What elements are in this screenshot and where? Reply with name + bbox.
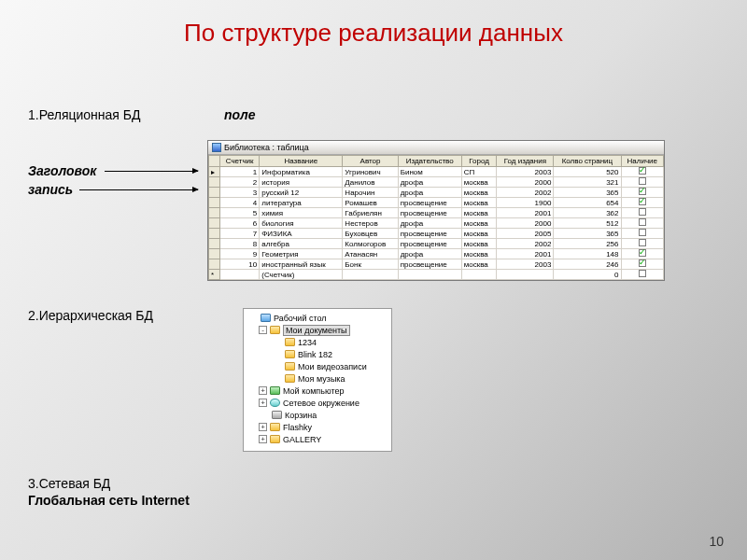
checkbox-icon <box>639 188 646 195</box>
row-selector[interactable] <box>209 229 220 239</box>
cell: просвещение <box>398 198 461 208</box>
expander-icon[interactable]: + <box>259 399 267 407</box>
cell: Информатика <box>260 167 343 177</box>
cell: алгебра <box>260 239 343 249</box>
cell: СП <box>461 167 497 177</box>
cell: Ромашев <box>343 198 398 208</box>
table-row: 7ФИЗИКАБуховцевпросвещениемосква2005365 <box>209 229 664 239</box>
cell: 2003 <box>497 259 554 270</box>
expander-icon[interactable]: - <box>259 326 267 334</box>
avail-cell[interactable] <box>621 167 664 177</box>
checkbox-icon <box>639 177 646 185</box>
cell: 520 <box>554 167 621 177</box>
table-row: 5химияГабриелянпросвещениемосква2001362 <box>209 208 664 218</box>
checkbox-icon <box>639 229 646 236</box>
tree-label: Мои документы <box>283 325 350 336</box>
tree-item[interactable]: Моя музыка <box>244 372 391 385</box>
avail-cell[interactable] <box>621 208 664 218</box>
expander-icon[interactable]: + <box>259 423 267 431</box>
tree-item[interactable]: -Мои документы <box>244 324 391 336</box>
field-label: поле <box>224 107 255 122</box>
tree-item[interactable]: 1234 <box>244 336 391 348</box>
relational-label: 1.Реляционная БД <box>28 107 140 122</box>
tree-label: Корзина <box>285 411 317 420</box>
cell: Нестеров <box>343 218 398 229</box>
header-label: Заголовок <box>28 163 96 178</box>
expander-icon[interactable]: + <box>259 435 267 443</box>
table-row: ▸1ИнформатикаУгриновичБиномСП2003520 <box>209 167 664 177</box>
row-selector[interactable] <box>209 177 220 188</box>
cell: химия <box>260 208 343 218</box>
row-selector[interactable] <box>209 239 220 249</box>
table-row: 4литератураРомашевпросвещениемосква19006… <box>209 198 664 208</box>
avail-cell[interactable] <box>621 218 664 229</box>
internet-label: Глобальная сеть Internet <box>28 493 190 508</box>
cell: просвещение <box>398 239 461 249</box>
cell: Буховцев <box>343 229 398 239</box>
cell: 2001 <box>497 249 554 259</box>
table-row: *(Счетчик)0 <box>209 270 664 280</box>
cell: 4 <box>220 198 260 208</box>
folder-icon <box>285 374 295 383</box>
cell: 2000 <box>497 218 554 229</box>
checkbox-icon <box>639 167 646 175</box>
cell: москва <box>461 188 497 198</box>
tree-item[interactable]: Blink 182 <box>244 348 391 360</box>
slide-title: По структуре реализации данных <box>0 0 747 57</box>
row-selector[interactable]: ▸ <box>209 167 220 177</box>
col-header: Автор <box>343 156 398 167</box>
tree-item[interactable]: +Мой компьютер <box>244 385 391 397</box>
row-selector[interactable] <box>209 188 220 198</box>
checkbox-icon <box>639 259 646 267</box>
cell: москва <box>461 198 497 208</box>
row-selector[interactable] <box>209 259 220 270</box>
cell: дрофа <box>398 249 461 259</box>
cell: история <box>260 177 343 188</box>
cell: 148 <box>554 249 621 259</box>
db-table-window: Библиотека : таблица СчетчикНазваниеАвто… <box>207 140 665 281</box>
expander-icon[interactable]: + <box>259 386 267 395</box>
cell: просвещение <box>398 259 461 270</box>
tree-item[interactable]: +Flashky <box>244 421 391 433</box>
row-selector[interactable] <box>209 218 220 229</box>
row-selector[interactable] <box>209 249 220 259</box>
avail-cell[interactable] <box>621 229 664 239</box>
row-selector[interactable] <box>209 208 220 218</box>
row-selector[interactable] <box>209 198 220 208</box>
folder-icon <box>270 435 280 443</box>
record-label: запись <box>28 182 73 197</box>
tree-label: GALLERY <box>283 435 321 444</box>
table-icon <box>212 143 221 152</box>
folder-icon <box>270 399 280 407</box>
col-header: Колво страниц <box>554 156 621 167</box>
cell: москва <box>461 218 497 229</box>
cell: иностранный язык <box>260 259 343 270</box>
cell: москва <box>461 239 497 249</box>
tree-label: 1234 <box>298 338 317 347</box>
cell: литература <box>260 198 343 208</box>
cell: русский 12 <box>260 188 343 198</box>
cell: 6 <box>220 218 260 229</box>
tree-item[interactable]: Мои видеозаписи <box>244 360 391 372</box>
tree-item[interactable]: Рабочий стол <box>244 312 391 324</box>
avail-cell[interactable] <box>621 198 664 208</box>
cell: Угринович <box>343 167 398 177</box>
cell: 10 <box>220 259 260 270</box>
tree-item[interactable]: +Сетевое окружение <box>244 397 391 409</box>
avail-cell[interactable] <box>621 259 664 270</box>
tree-label: Flashky <box>283 423 312 432</box>
tree-label: Рабочий стол <box>274 314 327 323</box>
cell: 3 <box>220 188 260 198</box>
cell: 321 <box>554 177 621 188</box>
folder-icon <box>285 362 295 371</box>
cell: Габриелян <box>343 208 398 218</box>
data-table: СчетчикНазваниеАвторИздательствоГородГод… <box>208 155 664 280</box>
tree-item[interactable]: +GALLERY <box>244 433 391 445</box>
table-row: 6биологияНестеровдрофамосква2000512 <box>209 218 664 229</box>
tree-item[interactable]: Корзина <box>244 409 391 421</box>
col-header: Счетчик <box>220 156 260 167</box>
cell: 256 <box>554 239 621 249</box>
col-header: Издательство <box>398 156 461 167</box>
cell: 2002 <box>497 188 554 198</box>
cell: дрофа <box>398 188 461 198</box>
